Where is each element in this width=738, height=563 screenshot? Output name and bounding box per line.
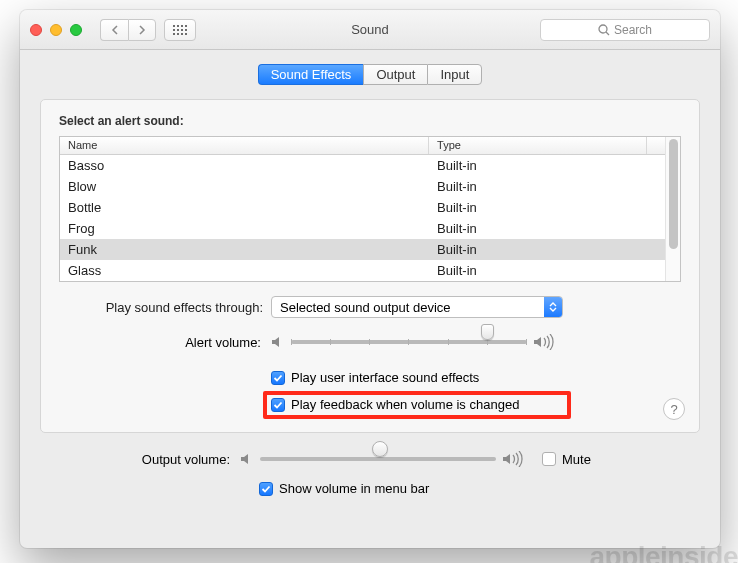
ui-sounds-label: Play user interface sound effects — [291, 370, 479, 385]
col-type[interactable]: Type — [429, 137, 647, 154]
mute-label: Mute — [562, 452, 591, 467]
table-row[interactable]: FunkBuilt-in — [60, 239, 665, 260]
checkbox-mute[interactable] — [542, 452, 556, 466]
svg-rect-9 — [177, 33, 179, 35]
watermark: appleinside — [589, 541, 738, 563]
output-volume-slider[interactable] — [260, 447, 496, 471]
chevron-right-icon — [138, 25, 146, 35]
cell-name: Funk — [60, 242, 429, 257]
checkbox-ui-sounds[interactable] — [271, 371, 285, 385]
slider-knob[interactable] — [481, 324, 494, 340]
show-all-button[interactable] — [164, 19, 196, 41]
output-volume-section: Output volume: Mute — [40, 447, 700, 496]
svg-rect-5 — [177, 29, 179, 31]
scroll-thumb[interactable] — [669, 139, 678, 249]
window-controls — [30, 24, 82, 36]
highlight-annotation — [263, 391, 571, 419]
speaker-low-icon-2 — [240, 452, 260, 466]
chevron-left-icon — [111, 25, 119, 35]
col-name[interactable]: Name — [60, 137, 429, 154]
sound-effects-panel: Select an alert sound: Name Type BassoBu… — [40, 99, 700, 433]
output-slider-knob[interactable] — [372, 441, 388, 457]
cell-name: Glass — [60, 263, 429, 278]
play-through-value: Selected sound output device — [280, 300, 451, 315]
titlebar: Sound Search — [20, 10, 720, 50]
speaker-low-icon — [271, 335, 291, 349]
table-row[interactable]: GlassBuilt-in — [60, 260, 665, 281]
svg-rect-8 — [173, 33, 175, 35]
table-row[interactable]: BlowBuilt-in — [60, 176, 665, 197]
svg-rect-7 — [185, 29, 187, 31]
svg-point-12 — [599, 25, 607, 33]
play-through-popup[interactable]: Selected sound output device — [271, 296, 563, 318]
svg-rect-2 — [181, 25, 183, 27]
close-button[interactable] — [30, 24, 42, 36]
cell-name: Bottle — [60, 200, 429, 215]
table-row[interactable]: BassoBuilt-in — [60, 155, 665, 176]
speaker-high-icon — [533, 334, 561, 350]
search-icon — [598, 24, 610, 36]
help-button[interactable]: ? — [663, 398, 685, 420]
search-placeholder: Search — [614, 23, 652, 37]
table-header: Name Type — [60, 137, 665, 155]
table-scrollbar[interactable] — [665, 137, 680, 281]
output-volume-label: Output volume: — [40, 452, 240, 467]
forward-button[interactable] — [128, 19, 156, 41]
cell-type: Built-in — [429, 158, 665, 173]
svg-rect-3 — [185, 25, 187, 27]
tab-sound-effects[interactable]: Sound Effects — [258, 64, 364, 85]
svg-rect-1 — [177, 25, 179, 27]
speaker-high-icon-2 — [502, 451, 530, 467]
cell-type: Built-in — [429, 263, 665, 278]
content-area: Sound Effects Output Input Select an ale… — [20, 50, 720, 512]
grid-icon — [173, 25, 187, 35]
table-row[interactable]: FrogBuilt-in — [60, 218, 665, 239]
updown-icon — [544, 297, 562, 317]
alert-sound-heading: Select an alert sound: — [59, 114, 681, 128]
svg-rect-11 — [185, 33, 187, 35]
checkbox-show-in-menu-bar[interactable] — [259, 482, 273, 496]
nav-buttons — [100, 19, 156, 41]
cell-name: Basso — [60, 158, 429, 173]
cell-name: Frog — [60, 221, 429, 236]
cell-type: Built-in — [429, 200, 665, 215]
alert-volume-slider[interactable] — [291, 330, 527, 354]
tab-input[interactable]: Input — [427, 64, 482, 85]
sound-preferences-window: Sound Search Sound Effects Output Input … — [20, 10, 720, 548]
cell-type: Built-in — [429, 221, 665, 236]
svg-rect-10 — [181, 33, 183, 35]
table-row[interactable]: BottleBuilt-in — [60, 197, 665, 218]
back-button[interactable] — [100, 19, 128, 41]
alert-volume-label: Alert volume: — [59, 335, 271, 350]
svg-rect-4 — [173, 29, 175, 31]
search-field[interactable]: Search — [540, 19, 710, 41]
tab-bar: Sound Effects Output Input — [40, 64, 700, 85]
svg-rect-6 — [181, 29, 183, 31]
zoom-button[interactable] — [70, 24, 82, 36]
svg-line-13 — [606, 32, 609, 35]
alert-sound-table: Name Type BassoBuilt-inBlowBuilt-inBottl… — [59, 136, 681, 282]
tab-output[interactable]: Output — [363, 64, 427, 85]
cell-type: Built-in — [429, 179, 665, 194]
play-through-label: Play sound effects through: — [59, 300, 271, 315]
minimize-button[interactable] — [50, 24, 62, 36]
cell-name: Blow — [60, 179, 429, 194]
cell-type: Built-in — [429, 242, 665, 257]
show-in-menu-label: Show volume in menu bar — [279, 481, 429, 496]
svg-rect-0 — [173, 25, 175, 27]
col-spare — [647, 137, 665, 154]
